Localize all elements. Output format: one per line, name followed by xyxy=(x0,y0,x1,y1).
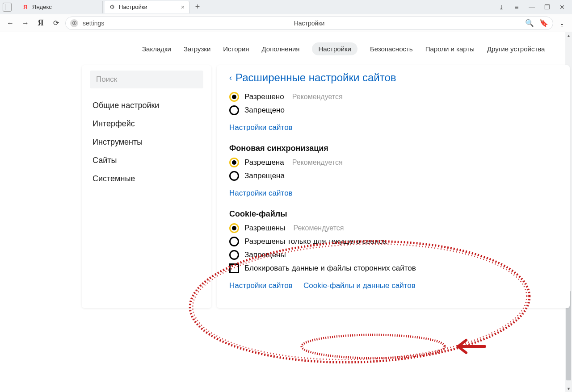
radio-bgsync-allowed[interactable]: Разрешена Рекомендуется xyxy=(229,158,557,167)
tab-settings[interactable]: ⚙ Настройки × xyxy=(105,1,189,13)
radio-label: Запрещена xyxy=(244,171,285,180)
checkbox-block-3rdparty[interactable]: Блокировать данные и файлы сторонних сай… xyxy=(229,263,557,273)
address-bar: ← → Я ⟳ ⦿ settings Настройки 🔍 🔖 ⭳ xyxy=(0,14,572,32)
radio-label: Разрешены xyxy=(244,224,285,233)
back-chevron-icon[interactable]: ‹ xyxy=(229,73,232,83)
section-title-cookies: Cookie-файлы xyxy=(229,209,557,219)
nav-settings[interactable]: Настройки xyxy=(312,42,358,55)
maximize-icon[interactable]: ❐ xyxy=(543,4,551,11)
page-title-text: Расширенные настройки сайтов xyxy=(236,71,396,84)
radio-label: Разрешены только для текущего сеанса xyxy=(244,237,387,246)
window-controls: ⤓ ≡ — ❐ ✕ xyxy=(497,4,569,11)
yandex-favicon-icon: Я xyxy=(22,4,29,10)
sidebar-item-interface[interactable]: Интерфейс xyxy=(82,115,211,133)
recommended-hint: Рекомендуется xyxy=(293,224,344,232)
omnibox[interactable]: ⦿ settings Настройки 🔍 🔖 xyxy=(65,17,553,30)
sidebar-item-system[interactable]: Системные xyxy=(82,170,211,188)
nav-security[interactable]: Безопасность xyxy=(370,45,413,53)
tab-yandex[interactable]: Я Яндекс xyxy=(18,1,103,13)
radio-allowed[interactable]: Разрешено Рекомендуется xyxy=(229,92,557,102)
sidebar-toggle-button[interactable] xyxy=(3,3,12,12)
recommended-hint: Рекомендуется xyxy=(292,93,343,101)
cookie-data-link[interactable]: Cookie-файлы и данные сайтов xyxy=(303,281,416,290)
radio-label: Запрещены xyxy=(244,250,286,259)
omnibox-title: Настройки xyxy=(294,20,325,27)
radio-icon xyxy=(229,223,239,233)
sidebar-item-general[interactable]: Общие настройки xyxy=(82,96,211,115)
radio-label: Разрешено xyxy=(244,92,284,101)
radio-bgsync-forbidden[interactable]: Запрещена xyxy=(229,171,557,181)
sidebar-item-tools[interactable]: Инструменты xyxy=(82,133,211,151)
tab-label: Яндекс xyxy=(32,4,52,10)
zoom-icon[interactable]: 🔍 xyxy=(525,19,534,27)
nav-passwords[interactable]: Пароли и карты xyxy=(425,45,475,53)
settings-top-nav: Закладки Загрузки История Дополнения Нас… xyxy=(0,32,572,65)
radio-icon xyxy=(229,105,239,115)
radio-cookies-forbidden[interactable]: Запрещены xyxy=(229,250,557,260)
back-button[interactable]: ← xyxy=(4,17,16,29)
yandex-home-button[interactable]: Я xyxy=(35,17,46,29)
radio-forbidden[interactable]: Запрещено xyxy=(229,105,557,115)
nav-bookmarks[interactable]: Закладки xyxy=(142,45,171,53)
nav-downloads[interactable]: Загрузки xyxy=(184,45,210,53)
scroll-up-button[interactable]: ▲ xyxy=(565,32,572,39)
site-identity-icon[interactable]: ⦿ xyxy=(70,19,78,27)
tab-label: Настройки xyxy=(119,4,147,10)
radio-icon xyxy=(229,92,239,102)
forward-button[interactable]: → xyxy=(20,17,31,29)
checkbox-icon xyxy=(229,263,239,273)
section-title-bgsync: Фоновая синхронизация xyxy=(229,144,557,153)
radio-icon xyxy=(229,237,239,246)
site-settings-link[interactable]: Настройки сайтов xyxy=(229,281,293,290)
checkbox-label: Блокировать данные и файлы сторонних сай… xyxy=(244,264,416,273)
close-icon[interactable]: ✕ xyxy=(558,4,567,11)
minimize-icon[interactable]: — xyxy=(527,4,536,11)
radio-icon xyxy=(229,250,239,260)
svg-line-4 xyxy=(458,340,466,346)
nav-devices[interactable]: Другие устройства xyxy=(487,45,545,53)
sidebar-search-input[interactable]: Поиск xyxy=(90,71,203,88)
page-title[interactable]: ‹ Расширенные настройки сайтов xyxy=(229,71,557,84)
site-settings-link[interactable]: Настройки сайтов xyxy=(229,189,293,198)
radio-cookies-session[interactable]: Разрешены только для текущего сеанса xyxy=(229,237,557,246)
settings-sidebar: Поиск Общие настройки Интерфейс Инструме… xyxy=(82,65,211,308)
tab-close-button[interactable]: × xyxy=(181,4,185,10)
bookmark-icon[interactable]: 🔖 xyxy=(539,19,548,27)
nav-history[interactable]: История xyxy=(223,45,249,53)
downloads-button[interactable]: ⭳ xyxy=(557,19,568,27)
recommended-hint: Рекомендуется xyxy=(292,158,343,167)
radio-cookies-allowed[interactable]: Разрешены Рекомендуется xyxy=(229,223,557,233)
svg-line-5 xyxy=(458,346,466,353)
svg-point-2 xyxy=(302,335,445,358)
sidebar-search-placeholder: Поиск xyxy=(96,75,117,84)
gear-icon: ⚙ xyxy=(109,4,115,10)
radio-icon xyxy=(229,171,239,181)
radio-label: Разрешена xyxy=(244,158,284,167)
menu-icon[interactable]: ≡ xyxy=(512,4,521,11)
sidebar-item-sites[interactable]: Сайты xyxy=(82,151,211,170)
settings-main-panel: ‹ Расширенные настройки сайтов Разрешено… xyxy=(217,65,570,308)
new-tab-button[interactable]: + xyxy=(191,1,204,13)
scroll-down-button[interactable]: ▼ xyxy=(565,385,572,392)
page-content: ▲ ▼ Закладки Загрузки История Дополнения… xyxy=(0,32,572,392)
omnibox-url: settings xyxy=(83,20,104,27)
site-settings-link[interactable]: Настройки сайтов xyxy=(229,123,293,132)
browser-tabbar: Я Яндекс ⚙ Настройки × + ⤓ ≡ — ❐ ✕ xyxy=(0,0,572,14)
reload-button[interactable]: ⟳ xyxy=(50,17,62,29)
bookmark-page-icon[interactable]: ⤓ xyxy=(497,4,506,11)
radio-label: Запрещено xyxy=(244,106,285,115)
radio-icon xyxy=(229,158,239,167)
nav-addons[interactable]: Дополнения xyxy=(261,45,299,53)
